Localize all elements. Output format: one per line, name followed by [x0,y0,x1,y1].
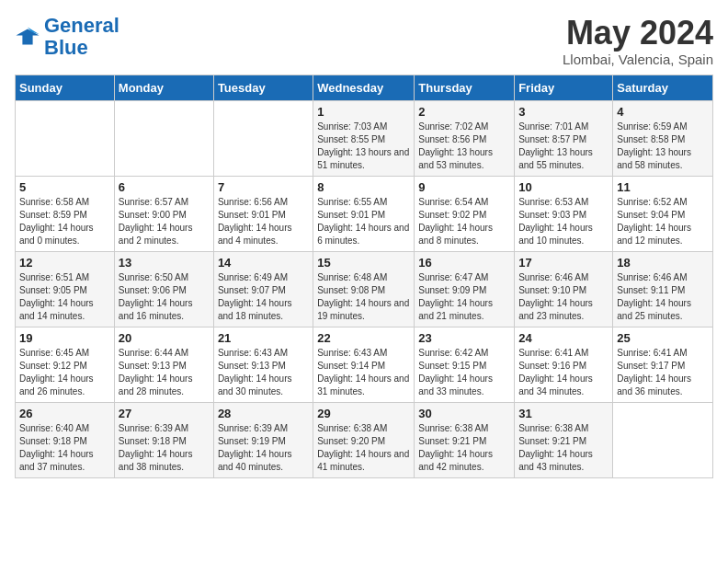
day-number: 24 [518,331,609,345]
week-row-5: 26Sunrise: 6:40 AMSunset: 9:18 PMDayligh… [16,402,713,477]
calendar-cell [613,402,713,477]
calendar-cell: 18Sunrise: 6:46 AMSunset: 9:11 PMDayligh… [613,251,713,327]
day-of-week-saturday: Saturday [613,75,713,100]
calendar-header-row: SundayMondayTuesdayWednesdayThursdayFrid… [16,75,713,100]
svg-marker-0 [16,29,39,45]
day-info: Sunrise: 6:47 AMSunset: 9:09 PMDaylight:… [418,271,510,323]
day-number: 9 [418,180,510,194]
day-number: 6 [119,180,210,194]
day-number: 29 [317,407,410,420]
day-number: 30 [418,407,510,420]
calendar-cell: 30Sunrise: 6:38 AMSunset: 9:21 PMDayligh… [415,402,515,477]
day-number: 15 [317,256,410,270]
day-info: Sunrise: 7:01 AMSunset: 8:57 PMDaylight:… [518,121,609,172]
day-number: 20 [119,331,210,345]
day-number: 8 [317,180,410,194]
day-number: 1 [317,105,410,119]
day-number: 17 [518,256,609,270]
day-number: 3 [518,105,609,119]
calendar-cell: 26Sunrise: 6:40 AMSunset: 9:18 PMDayligh… [16,402,115,477]
calendar-cell: 3Sunrise: 7:01 AMSunset: 8:57 PMDaylight… [515,100,613,176]
day-info: Sunrise: 6:38 AMSunset: 9:21 PMDaylight:… [518,422,609,474]
calendar-cell: 6Sunrise: 6:57 AMSunset: 9:00 PMDaylight… [114,176,213,251]
day-number: 22 [317,331,410,345]
calendar-cell: 16Sunrise: 6:47 AMSunset: 9:09 PMDayligh… [415,251,515,327]
calendar-cell: 28Sunrise: 6:39 AMSunset: 9:19 PMDayligh… [213,402,313,477]
day-number: 28 [218,407,309,420]
calendar-cell: 24Sunrise: 6:41 AMSunset: 9:16 PMDayligh… [515,327,613,402]
calendar-cell: 2Sunrise: 7:02 AMSunset: 8:56 PMDaylight… [415,100,515,176]
logo-icon [15,24,40,50]
title-block: May 2024 Llombai, Valencia, Spain [563,15,713,67]
calendar-cell [213,100,313,176]
day-number: 31 [518,407,609,420]
calendar-cell: 21Sunrise: 6:43 AMSunset: 9:13 PMDayligh… [213,327,313,402]
day-number: 2 [418,105,510,119]
month-title: May 2024 [563,15,713,52]
day-of-week-wednesday: Wednesday [313,75,415,100]
day-info: Sunrise: 6:39 AMSunset: 9:18 PMDaylight:… [119,422,210,474]
day-info: Sunrise: 6:52 AMSunset: 9:04 PMDaylight:… [617,196,709,247]
calendar-cell: 22Sunrise: 6:43 AMSunset: 9:14 PMDayligh… [313,327,415,402]
day-info: Sunrise: 6:48 AMSunset: 9:08 PMDaylight:… [317,271,410,323]
day-info: Sunrise: 6:43 AMSunset: 9:14 PMDaylight:… [317,347,410,398]
day-number: 11 [617,180,709,194]
day-number: 18 [617,256,709,270]
calendar-cell: 13Sunrise: 6:50 AMSunset: 9:06 PMDayligh… [114,251,213,327]
calendar-cell: 17Sunrise: 6:46 AMSunset: 9:10 PMDayligh… [515,251,613,327]
day-info: Sunrise: 6:58 AMSunset: 8:59 PMDaylight:… [19,196,110,247]
day-info: Sunrise: 6:50 AMSunset: 9:06 PMDaylight:… [119,271,210,323]
day-number: 5 [19,180,110,194]
page-header: General Blue May 2024 Llombai, Valencia,… [15,15,713,67]
day-info: Sunrise: 6:42 AMSunset: 9:15 PMDaylight:… [418,347,510,398]
calendar-cell: 14Sunrise: 6:49 AMSunset: 9:07 PMDayligh… [213,251,313,327]
day-of-week-tuesday: Tuesday [213,75,313,100]
calendar-cell: 31Sunrise: 6:38 AMSunset: 9:21 PMDayligh… [515,402,613,477]
calendar-cell: 5Sunrise: 6:58 AMSunset: 8:59 PMDaylight… [16,176,115,251]
calendar-cell: 25Sunrise: 6:41 AMSunset: 9:17 PMDayligh… [613,327,713,402]
calendar-cell: 9Sunrise: 6:54 AMSunset: 9:02 PMDaylight… [415,176,515,251]
day-number: 25 [617,331,709,345]
day-number: 26 [19,407,110,420]
day-of-week-friday: Friday [515,75,613,100]
day-info: Sunrise: 6:46 AMSunset: 9:11 PMDaylight:… [617,271,709,323]
day-number: 21 [218,331,309,345]
calendar-cell [114,100,213,176]
day-info: Sunrise: 6:46 AMSunset: 9:10 PMDaylight:… [518,271,609,323]
calendar-cell: 29Sunrise: 6:38 AMSunset: 9:20 PMDayligh… [313,402,415,477]
calendar-cell: 4Sunrise: 6:59 AMSunset: 8:58 PMDaylight… [613,100,713,176]
day-info: Sunrise: 6:41 AMSunset: 9:17 PMDaylight:… [617,347,709,398]
calendar-cell: 27Sunrise: 6:39 AMSunset: 9:18 PMDayligh… [114,402,213,477]
calendar-cell: 7Sunrise: 6:56 AMSunset: 9:01 PMDaylight… [213,176,313,251]
location: Llombai, Valencia, Spain [563,52,713,67]
calendar-cell: 11Sunrise: 6:52 AMSunset: 9:04 PMDayligh… [613,176,713,251]
day-info: Sunrise: 6:56 AMSunset: 9:01 PMDaylight:… [218,196,309,247]
calendar-cell: 12Sunrise: 6:51 AMSunset: 9:05 PMDayligh… [16,251,115,327]
day-info: Sunrise: 6:51 AMSunset: 9:05 PMDaylight:… [19,271,110,323]
day-info: Sunrise: 6:43 AMSunset: 9:13 PMDaylight:… [218,347,309,398]
calendar-cell: 8Sunrise: 6:55 AMSunset: 9:01 PMDaylight… [313,176,415,251]
day-info: Sunrise: 6:39 AMSunset: 9:19 PMDaylight:… [218,422,309,474]
day-info: Sunrise: 7:03 AMSunset: 8:55 PMDaylight:… [317,121,410,172]
calendar-cell: 19Sunrise: 6:45 AMSunset: 9:12 PMDayligh… [16,327,115,402]
day-info: Sunrise: 6:57 AMSunset: 9:00 PMDaylight:… [119,196,210,247]
day-number: 12 [19,256,110,270]
calendar-cell: 10Sunrise: 6:53 AMSunset: 9:03 PMDayligh… [515,176,613,251]
day-info: Sunrise: 6:40 AMSunset: 9:18 PMDaylight:… [19,422,110,474]
week-row-4: 19Sunrise: 6:45 AMSunset: 9:12 PMDayligh… [16,327,713,402]
calendar-cell: 20Sunrise: 6:44 AMSunset: 9:13 PMDayligh… [114,327,213,402]
day-of-week-thursday: Thursday [415,75,515,100]
day-info: Sunrise: 6:38 AMSunset: 9:21 PMDaylight:… [418,422,510,474]
day-number: 27 [119,407,210,420]
day-number: 4 [617,105,709,119]
day-number: 7 [218,180,309,194]
calendar-cell: 15Sunrise: 6:48 AMSunset: 9:08 PMDayligh… [313,251,415,327]
logo: General Blue [15,15,119,59]
logo-text: General Blue [44,15,119,59]
day-number: 13 [119,256,210,270]
day-info: Sunrise: 6:49 AMSunset: 9:07 PMDaylight:… [218,271,309,323]
calendar-cell: 23Sunrise: 6:42 AMSunset: 9:15 PMDayligh… [415,327,515,402]
day-of-week-sunday: Sunday [16,75,115,100]
calendar-cell [16,100,115,176]
logo-general: General [44,14,119,37]
